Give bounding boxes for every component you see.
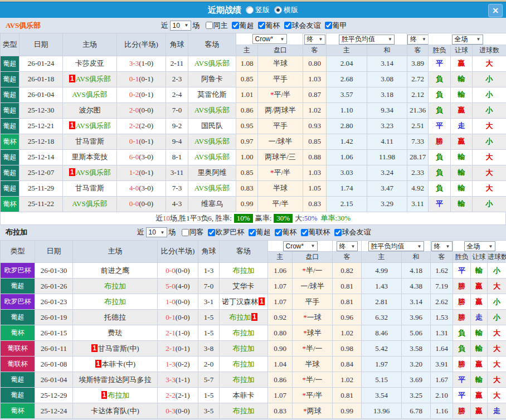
- league-filter-1-label: 葡杯: [266, 21, 280, 31]
- odds-away: 0.82: [333, 263, 362, 279]
- match-date: 26-01-08: [35, 356, 73, 372]
- games-count-select[interactable]: 10▼: [146, 227, 167, 237]
- sub-handicap: 盘口: [258, 45, 303, 56]
- league-filter-1[interactable]: 葡杯: [255, 21, 280, 31]
- crow-select[interactable]: Crow*▼: [283, 241, 318, 251]
- near-label: 近: [137, 227, 144, 237]
- table-row: 葡超25-12-14里斯本竞技6-0(3-0)8-1AVS俱乐部1.00两球半/…: [1, 149, 506, 165]
- match-score: 0-1(0-1): [117, 71, 166, 87]
- league-filter-2[interactable]: 球会友谊: [281, 21, 321, 31]
- odds-handicap: *球半: [293, 325, 333, 341]
- away-team: 布拉加: [220, 403, 268, 419]
- home-team-name: 甘马雷斯: [75, 137, 104, 145]
- away-team: 布拉加: [220, 341, 268, 356]
- result-goals: 小: [473, 134, 506, 149]
- avg-win: 1.43: [362, 279, 402, 294]
- home-team-name: 埃斯特雷拉达阿马多拉: [79, 375, 152, 384]
- corner-score: 8-1: [166, 149, 188, 165]
- avg-lose: 2.12: [407, 87, 429, 102]
- avg-win: 3.03: [327, 165, 367, 180]
- rank-badge: 1: [251, 313, 257, 321]
- league-filter-1[interactable]: 葡超: [246, 227, 271, 237]
- league-filter-4[interactable]: 球会友谊: [332, 227, 371, 237]
- result-wdl: 平: [429, 196, 451, 212]
- end-select[interactable]: 终▼: [337, 241, 358, 251]
- same-venue-filter-checkbox[interactable]: [182, 229, 189, 236]
- halftime-score: (0-2): [176, 360, 190, 368]
- chevron-down-icon: ▼: [489, 244, 493, 249]
- match-date: 25-12-07: [20, 165, 63, 180]
- wdl-avg-select[interactable]: 胜平负均值▼: [368, 241, 424, 251]
- fulltime-score: 3-3: [129, 59, 139, 67]
- section-summary: 近10场,胜1平3负6, 胜率:10%赢率:30%大:50%单率:30%: [0, 212, 506, 225]
- avg-win: 1.42: [327, 134, 367, 149]
- match-score: 3-3(1-1): [158, 372, 198, 388]
- away-team-name: 莫雷伦斯: [198, 90, 227, 99]
- result-wdl: 勝: [453, 294, 471, 310]
- result-wdl: 負: [429, 165, 451, 180]
- league-filter-2[interactable]: 葡杯: [272, 227, 297, 237]
- away-team-name: 阿鲁卡: [201, 75, 223, 83]
- wdl-avg-select[interactable]: 胜平负均值▼: [339, 35, 395, 45]
- league-filter-3[interactable]: 葡联杯: [298, 227, 330, 237]
- end-select[interactable]: 终▼: [304, 35, 325, 45]
- league-filter-1-checkbox[interactable]: [249, 229, 256, 236]
- asian-rate-label: 赢率:: [255, 213, 272, 223]
- end-select-2[interactable]: 终▼: [431, 241, 453, 251]
- odds-home: 0.80: [268, 325, 293, 341]
- same-venue-filter[interactable]: 同客: [179, 227, 204, 237]
- league-filter-3-checkbox[interactable]: [301, 229, 308, 236]
- league-filter-2-checkbox[interactable]: [284, 22, 291, 29]
- fulltime-score: 0-2: [129, 90, 139, 99]
- league-filter-0-checkbox[interactable]: [232, 22, 239, 29]
- league-filter-3-checkbox[interactable]: [325, 22, 332, 29]
- odds-handicap: 半球: [258, 56, 303, 71]
- match-score: 2-1(0-1): [158, 341, 198, 356]
- radio-horizontal[interactable]: 横版: [274, 5, 298, 15]
- league-badge: 葡超: [1, 102, 20, 118]
- away-team: AVS俱乐部: [188, 102, 236, 118]
- radio-horizontal-dot[interactable]: [274, 6, 282, 14]
- crow-select[interactable]: Crow*▼: [252, 34, 287, 44]
- away-team: 诺丁汉森林1: [220, 294, 268, 310]
- odds-handicap: *半/一: [293, 341, 333, 356]
- close-icon[interactable]: ✕: [488, 4, 503, 17]
- table-row: 葡超26-01-24卡莎皮亚3-3(1-0)2-11AVS俱乐部1.08半球0.…: [1, 56, 506, 71]
- league-filter-0[interactable]: 葡超: [229, 21, 254, 31]
- radio-vertical[interactable]: 竖版: [246, 5, 270, 15]
- away-team-name: 布拉加: [233, 344, 255, 353]
- match-score: 0-0(0-0): [158, 263, 198, 279]
- col-date: 日期: [20, 33, 63, 56]
- league-filter-0-checkbox[interactable]: [208, 229, 215, 236]
- league-filter-0[interactable]: 欧罗巴杯: [205, 227, 245, 237]
- fulltime-score: 2-2: [129, 121, 139, 130]
- odds-away: 0.81: [333, 294, 362, 310]
- league-filter-2-checkbox[interactable]: [275, 229, 282, 236]
- home-team: AVS俱乐部: [63, 196, 117, 212]
- league-filter-4-checkbox[interactable]: [334, 229, 342, 236]
- big-rate-value: 50%: [304, 214, 318, 223]
- games-count-select[interactable]: 10▼: [170, 21, 191, 31]
- home-team-name: AVS俱乐部: [76, 75, 111, 83]
- result-wdl: 平: [453, 263, 471, 279]
- result-goals: 走: [488, 403, 506, 419]
- corner-score: 2-3: [166, 71, 188, 87]
- radio-vertical-dot[interactable]: [246, 6, 254, 14]
- avg-lose: 2.10: [431, 388, 453, 403]
- odds-handicap: 一/球半: [293, 279, 333, 294]
- same-venue-filter-checkbox[interactable]: [206, 22, 213, 29]
- odds-home: 0.83: [268, 403, 293, 419]
- result-wdl: 平: [453, 372, 471, 388]
- sub-wdl-result: 胜负: [429, 45, 451, 56]
- full-match-select[interactable]: 全场▼: [464, 241, 495, 251]
- halftime-score: (4-0): [176, 282, 190, 290]
- league-filter-1-checkbox[interactable]: [258, 22, 265, 29]
- league-filter-3[interactable]: 葡甲: [322, 21, 347, 31]
- full-match-select[interactable]: 全场▼: [452, 35, 483, 45]
- match-score: 0-1(0-1): [117, 134, 166, 149]
- same-venue-filter[interactable]: 同主: [203, 21, 228, 31]
- away-team-name: AVS俱乐部: [194, 106, 230, 114]
- odds-home: 0.97: [236, 134, 258, 149]
- end-select-2[interactable]: 终▼: [407, 35, 429, 45]
- fulltime-score: 0-0: [166, 266, 175, 275]
